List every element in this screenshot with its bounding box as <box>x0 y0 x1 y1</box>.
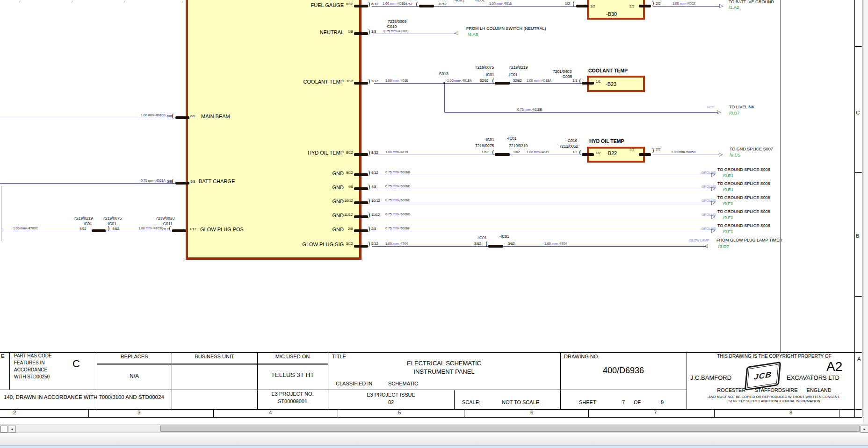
schematic-text: -C010 <box>386 25 397 29</box>
schematic-text: 1.00 mm² ∕4704 <box>385 242 408 245</box>
schematic-text: 2/2 <box>656 148 660 151</box>
mc-used-on-value: TELLUS 3T HT <box>257 371 328 379</box>
pin-contact-bar <box>354 229 368 232</box>
schematic-text: 2/2 <box>629 5 634 8</box>
io-label: GND <box>250 227 344 232</box>
to-arrow-icon: ▷ <box>719 3 723 8</box>
company-name-left: J.C.BAMFORD <box>690 375 731 382</box>
schematic-text: ) <box>368 171 370 176</box>
vertical-scrollbar[interactable] <box>863 0 868 424</box>
scrollbar-corner <box>0 426 7 433</box>
dest-label: TO GND SPLICE S007 <box>730 147 773 151</box>
frame-line <box>0 409 862 410</box>
classified-in-label: CLASSIFIED IN <box>336 381 372 387</box>
io-label: GLOW PLUG SIG <box>250 242 344 247</box>
sheet-total: 9 <box>661 399 664 405</box>
schematic-text: 3/62 <box>474 242 481 246</box>
pin-contact-bar <box>354 32 368 35</box>
io-label: GND <box>250 199 344 204</box>
schematic-text: 1.00 mm² ∕4018A <box>527 79 551 82</box>
io-label: GND <box>250 213 344 218</box>
scroll-right-button[interactable]: ▸ <box>861 426 868 433</box>
to-arrow-icon: ▷ <box>711 200 715 205</box>
schematic-text: 0.75 mm² ∕6006E <box>385 199 410 202</box>
to-arrow-icon: ▷ <box>711 172 715 177</box>
schematic-text: 7238/0009 <box>388 20 406 24</box>
classified-in-value: SCHEMATIC <box>388 381 418 387</box>
pin-contact-bar <box>419 5 434 7</box>
xref: /9.F1 <box>723 229 733 234</box>
dest-label: FROM LH COLUMN SWITCH (NEUTRAL) <box>466 27 546 31</box>
from-arrow-icon: ◁ <box>704 243 708 249</box>
horizontal-scrollbar-thumb[interactable] <box>160 426 860 432</box>
schematic-text: 0.75 mm² ∕6006D <box>385 185 410 188</box>
schematic-text: 0.75 mm² ∕6006G <box>385 213 411 216</box>
frame-line <box>97 364 328 365</box>
business-unit-header: BUSINESS UNIT <box>172 354 257 360</box>
frame-line <box>9 352 10 390</box>
xref: /9.C5 <box>730 153 740 157</box>
replaces-header: REPLACES <box>97 354 172 360</box>
schematic-text: 7219/0219 <box>509 144 528 148</box>
part-code-note: PART HAS CODE <box>14 353 52 359</box>
frame-line <box>0 417 862 418</box>
schematic-text: 1.00 mm² ∕4703C <box>13 227 38 230</box>
wire <box>372 175 715 175</box>
schematic-text: 1/1 <box>596 80 600 84</box>
wire <box>372 246 706 247</box>
frame-line <box>338 409 338 417</box>
schematic-text: 1/2 <box>596 151 600 155</box>
dest-label: TO GROUND SPLICE S008 <box>717 224 770 228</box>
frame-line <box>172 352 172 409</box>
box-label: -B30 <box>606 12 617 17</box>
schematic-text: -IC01 <box>82 222 92 226</box>
box-label: -B22 <box>606 151 617 156</box>
sheet-number: 7 <box>622 399 625 405</box>
to-arrow-icon: ▷ <box>711 186 715 191</box>
schematic-text: ∕ <box>72 0 72 3</box>
horizontal-scrollbar[interactable]: ◂ ▸ <box>0 424 868 433</box>
wire <box>2 231 175 231</box>
drawn-note: 140, DRAWN IN ACCORDANCE WITH 7000/3100 … <box>4 394 164 400</box>
schematic-text: 11/12 <box>371 213 380 217</box>
signal-name: HCT <box>707 106 714 109</box>
schematic-text: 7219/0075 <box>475 144 494 148</box>
schematic-text: ( <box>572 1 575 7</box>
schematic-text: 5/8 <box>167 180 172 184</box>
schematic-text: 1.00 mm² ∕4016 <box>489 2 512 5</box>
dest-label: TO GROUND SPLICE S008 <box>717 196 770 200</box>
pin-contact-bar <box>582 82 594 85</box>
frame-line <box>839 409 839 417</box>
schematic-text: 1/2 <box>565 2 570 6</box>
schematic-text: 3/62 <box>508 242 515 246</box>
schematic-text: 0.75 mm² ∕4018B <box>517 108 542 111</box>
zone-number: 7 <box>654 410 657 416</box>
frame-line <box>454 390 455 409</box>
to-arrow-icon: ▷ <box>711 228 715 233</box>
schematic-text: 1.00 mm² ∕6005C <box>671 150 696 154</box>
schematic-text: 4/62 <box>112 227 119 231</box>
signal-name: GLOW LAMP <box>689 239 709 242</box>
schematic-text: 7239/0028 <box>156 216 174 220</box>
schematic-text: 1/62 <box>482 150 489 154</box>
wire <box>374 155 583 155</box>
io-label: MAIN BEAM <box>201 114 230 119</box>
drawing-no-header: DRAWING NO. <box>564 354 599 360</box>
company-name-right: EXCAVATORS LTD <box>787 375 839 382</box>
wire <box>372 203 715 203</box>
scroll-left-button[interactable]: ◂ <box>8 426 16 433</box>
schematic-text: -C009 <box>561 75 572 79</box>
frame-line <box>88 409 89 417</box>
zone-number: 8 <box>789 410 792 416</box>
schematic-text: 0.75 mm² ∕6006F <box>385 227 410 230</box>
schematic-text: 6/12 <box>371 2 378 6</box>
zone-letter: C <box>856 110 860 116</box>
schematic-text: 32/62 <box>513 79 522 83</box>
wire <box>444 83 445 112</box>
schematic-text: 6/8 <box>167 114 172 118</box>
schematic-text: ) <box>368 227 370 232</box>
schematic-text: 1.00 mm² ∕4018 <box>385 79 408 82</box>
schematic-text: 1.00 mm² ∕4703C <box>138 227 163 230</box>
schematic-text: ∕ <box>182 0 183 3</box>
frame-line <box>97 352 97 409</box>
